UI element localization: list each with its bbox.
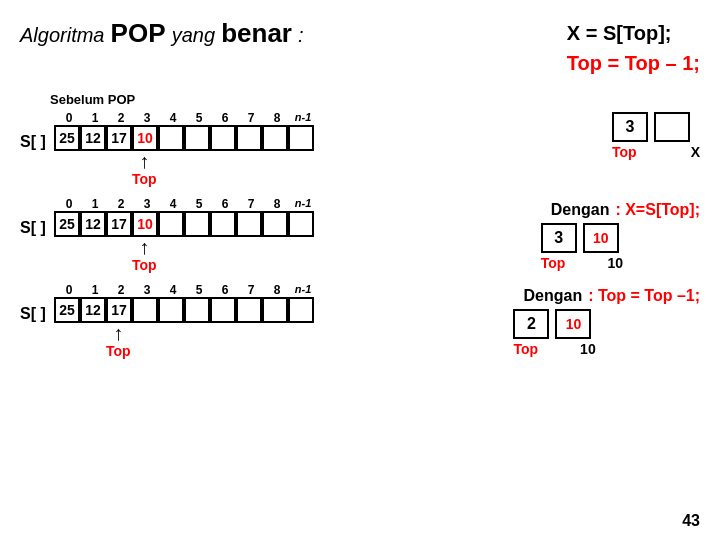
value-box-1: 3 bbox=[612, 112, 648, 142]
x-val-label-3: 10 bbox=[580, 341, 596, 357]
cell-3-n1 bbox=[288, 297, 314, 323]
cell-1-1: 12 bbox=[80, 125, 106, 151]
cell-3-7 bbox=[236, 297, 262, 323]
top-label-1: Top bbox=[132, 171, 157, 187]
s-label-2: S[ ] bbox=[20, 219, 48, 237]
cell-1-6 bbox=[210, 125, 236, 151]
idx2-n1: n-1 bbox=[290, 197, 316, 211]
idx-2: 2 bbox=[108, 111, 134, 125]
cell-3-1: 12 bbox=[80, 297, 106, 323]
cell-3-6 bbox=[210, 297, 236, 323]
formula-line1: X = S[Top]; bbox=[567, 18, 700, 48]
idx2-2: 2 bbox=[108, 197, 134, 211]
idx-7: 7 bbox=[238, 111, 264, 125]
page-number: 43 bbox=[682, 512, 700, 530]
title-word-pop: POP bbox=[111, 18, 166, 48]
array-container-2: 0 1 2 3 4 5 6 7 8 n-1 25 bbox=[54, 197, 316, 273]
arrow-up-2: ↑ bbox=[139, 237, 149, 257]
top-arrow-1: ↑ Top bbox=[132, 151, 157, 187]
cell-1-2: 17 bbox=[106, 125, 132, 151]
cell-2-5 bbox=[184, 211, 210, 237]
dengan-desc-2: : X=S[Top]; bbox=[615, 201, 700, 219]
cell-1-5 bbox=[184, 125, 210, 151]
array-container-1: 0 1 2 3 4 5 6 7 8 n-1 25 bbox=[54, 111, 316, 187]
index-row-1: 0 1 2 3 4 5 6 7 8 n-1 bbox=[56, 111, 316, 125]
top-box-label-1: Top bbox=[612, 144, 637, 160]
title-colon: : bbox=[298, 24, 304, 46]
s-label-1: S[ ] bbox=[20, 133, 48, 151]
section-2: S[ ] 0 1 2 3 4 5 6 7 8 n-1 bbox=[20, 193, 700, 273]
box-row-2: 3 10 bbox=[541, 223, 700, 253]
idx2-8: 8 bbox=[264, 197, 290, 211]
dengan-desc-3: : Top = Top –1; bbox=[588, 287, 700, 305]
idx2-0: 0 bbox=[56, 197, 82, 211]
top-arrow-2: ↑ Top bbox=[132, 237, 157, 273]
right-area-3: Dengan : Top = Top –1; 2 10 Top 10 bbox=[513, 283, 700, 357]
idx3-2: 2 bbox=[108, 283, 134, 297]
cell-2-4 bbox=[158, 211, 184, 237]
cell-2-6 bbox=[210, 211, 236, 237]
title-word-benar: benar bbox=[221, 18, 292, 48]
section-1: Sebelum POP S[ ] 0 1 2 3 4 5 6 7 bbox=[20, 84, 700, 187]
x-box-3: 10 bbox=[555, 309, 591, 339]
formula-line2: Top = Top – 1; bbox=[567, 48, 700, 78]
value-box-3: 2 bbox=[513, 309, 549, 339]
idx-3: 3 bbox=[134, 111, 160, 125]
cell-3-0: 25 bbox=[54, 297, 80, 323]
idx3-6: 6 bbox=[212, 283, 238, 297]
idx3-7: 7 bbox=[238, 283, 264, 297]
idx3-0: 0 bbox=[56, 283, 82, 297]
top-box-label-3: Top bbox=[513, 341, 538, 357]
idx2-1: 1 bbox=[82, 197, 108, 211]
array-section-1: S[ ] 0 1 2 3 4 5 6 7 8 n-1 bbox=[20, 111, 598, 187]
top-val-row-2: Top 10 bbox=[541, 255, 700, 271]
cell-2-8 bbox=[262, 211, 288, 237]
idx3-4: 4 bbox=[160, 283, 186, 297]
idx2-5: 5 bbox=[186, 197, 212, 211]
top-box-label-2: Top bbox=[541, 255, 566, 271]
x-val-label-1: X bbox=[691, 144, 700, 160]
top-arrow-3: ↑ Top bbox=[106, 323, 131, 359]
cell-1-n1 bbox=[288, 125, 314, 151]
cell-1-3: 10 bbox=[132, 125, 158, 151]
arrow-row-1: ↑ Top bbox=[54, 151, 316, 187]
right-area-2: Dengan : X=S[Top]; 3 10 Top 10 bbox=[541, 197, 700, 271]
cell-3-4 bbox=[158, 297, 184, 323]
right-boxes-1: 3 Top X bbox=[612, 110, 700, 160]
idx3-n1: n-1 bbox=[290, 283, 316, 297]
cell-2-2: 17 bbox=[106, 211, 132, 237]
array-container-3: 0 1 2 3 4 5 6 7 8 n-1 25 bbox=[54, 283, 316, 359]
cells-row-2: 25 12 17 10 bbox=[54, 211, 316, 237]
dengan-row-2: Dengan : X=S[Top]; bbox=[551, 201, 700, 219]
idx-n1: n-1 bbox=[290, 111, 316, 125]
cell-1-0: 25 bbox=[54, 125, 80, 151]
cell-3-8 bbox=[262, 297, 288, 323]
idx2-4: 4 bbox=[160, 197, 186, 211]
dengan-row-3: Dengan : Top = Top –1; bbox=[523, 287, 700, 305]
cell-2-7 bbox=[236, 211, 262, 237]
box-row-1: 3 bbox=[612, 112, 700, 142]
x-val-label-2: 10 bbox=[607, 255, 623, 271]
title-word-algoritma: Algoritma bbox=[20, 24, 104, 46]
index-row-3: 0 1 2 3 4 5 6 7 8 n-1 bbox=[56, 283, 316, 297]
top-label-2: Top bbox=[132, 257, 157, 273]
idx3-8: 8 bbox=[264, 283, 290, 297]
cell-2-0: 25 bbox=[54, 211, 80, 237]
cell-3-5 bbox=[184, 297, 210, 323]
idx-0: 0 bbox=[56, 111, 82, 125]
dengan-label-3: Dengan bbox=[523, 287, 582, 305]
sebelum-label: Sebelum POP bbox=[50, 92, 598, 107]
top-label-3: Top bbox=[106, 343, 131, 359]
cells-row-3: 25 12 17 bbox=[54, 297, 316, 323]
x-box-2: 10 bbox=[583, 223, 619, 253]
top-val-row-1: Top X bbox=[612, 144, 700, 160]
value-box-2: 3 bbox=[541, 223, 577, 253]
idx-1: 1 bbox=[82, 111, 108, 125]
idx3-5: 5 bbox=[186, 283, 212, 297]
formula-block: X = S[Top]; Top = Top – 1; bbox=[567, 18, 700, 78]
index-row-2: 0 1 2 3 4 5 6 7 8 n-1 bbox=[56, 197, 316, 211]
idx-5: 5 bbox=[186, 111, 212, 125]
box-row-3: 2 10 bbox=[513, 309, 700, 339]
page-title: Algoritma POP yang benar : bbox=[20, 18, 304, 49]
cell-2-3: 10 bbox=[132, 211, 158, 237]
